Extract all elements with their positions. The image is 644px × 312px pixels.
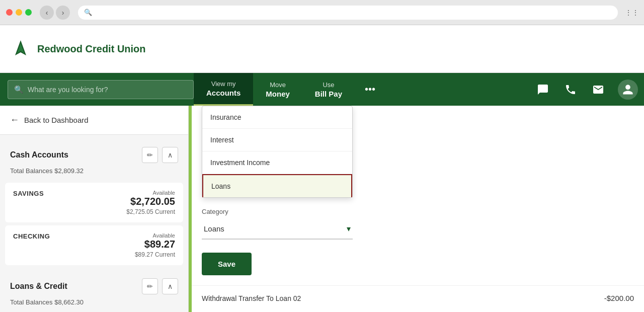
nav-item-money-bottom: Money <box>266 90 290 98</box>
loans-section-header: Loans & Credit ✏ ∧ <box>0 270 188 298</box>
nav-item-money[interactable]: Move Money <box>253 73 302 106</box>
category-select-row: Loans ▾ <box>204 224 351 233</box>
fullscreen-traffic-light[interactable] <box>25 9 32 16</box>
main-content: Insurance Interest Investment Income Loa… <box>189 106 644 312</box>
back-browser-button[interactable]: ‹ <box>40 6 54 20</box>
nav-item-accounts[interactable]: View my Accounts <box>194 73 253 106</box>
search-bar-container[interactable]: 🔍 <box>8 80 194 99</box>
loans-credit-section: Loans & Credit ✏ ∧ Total Balances $8,662… <box>0 270 188 311</box>
browser-toolbar-icons: ⋮⋮ <box>626 7 638 19</box>
dropdown-item-insurance[interactable]: Insurance <box>202 106 352 129</box>
dropdown-item-investment-income[interactable]: Investment Income <box>202 151 352 174</box>
category-select[interactable]: Loans ▾ <box>202 218 353 240</box>
search-input[interactable] <box>28 86 187 94</box>
dropdown-item-loans[interactable]: Loans <box>202 174 352 197</box>
loans-section-controls: ✏ ∧ <box>142 278 178 294</box>
sidebar: ← Back to Dashboard Cash Accounts ✏ ∧ To… <box>0 106 189 312</box>
close-traffic-light[interactable] <box>6 9 13 16</box>
checking-account-name: CHECKING <box>13 232 50 240</box>
content-area: ← Back to Dashboard Cash Accounts ✏ ∧ To… <box>0 106 644 312</box>
minimize-traffic-light[interactable] <box>16 9 22 16</box>
savings-balance: $2,720.05 <box>130 196 175 207</box>
mail-icon <box>592 84 604 96</box>
transaction-amount: -$200.00 <box>604 294 634 302</box>
nav-item-billpay[interactable]: Use Bill Pay <box>302 73 355 106</box>
loans-section-title: Loans & Credit <box>10 282 67 291</box>
phone-icon <box>565 84 577 96</box>
transaction-name: Withdrawal Transfer To Loan 02 <box>202 294 301 302</box>
nav-more-dots[interactable]: ••• <box>355 73 385 106</box>
forward-browser-button[interactable]: › <box>56 6 70 20</box>
collapse-cash-accounts-button[interactable]: ∧ <box>162 147 178 163</box>
savings-available-label: Available <box>130 190 175 196</box>
app-header: Redwood Credit Union <box>0 25 644 73</box>
back-to-dashboard-button[interactable]: ← Back to Dashboard <box>0 106 188 135</box>
checking-amounts: Available $89.27 <box>144 232 175 250</box>
checking-available-label: Available <box>144 232 175 239</box>
traffic-lights <box>6 9 32 16</box>
savings-account-row: SAVINGS Available $2,720.05 <box>13 190 175 207</box>
logo-text: Redwood Credit Union <box>37 43 146 55</box>
checking-account-row: CHECKING Available $89.27 <box>13 232 175 250</box>
phone-button[interactable] <box>556 73 584 106</box>
category-select-value: Loans <box>204 224 224 233</box>
savings-account-card[interactable]: SAVINGS Available $2,720.05 $2,725.05 Cu… <box>5 183 183 222</box>
savings-current: $2,725.05 Current <box>13 208 175 215</box>
dropdown-item-interest[interactable]: Interest <box>202 129 352 151</box>
url-bar[interactable]: 🔍 <box>78 6 618 20</box>
loans-section-subtitle: Total Balances $8,662.30 <box>0 298 188 311</box>
back-to-dashboard-label: Back to Dashboard <box>24 116 89 124</box>
save-button[interactable]: Save <box>202 253 252 275</box>
edit-loans-button[interactable]: ✏ <box>142 278 158 294</box>
savings-amounts: Available $2,720.05 <box>130 190 175 207</box>
checking-current: $89.27 Current <box>13 251 175 258</box>
edit-cash-accounts-button[interactable]: ✏ <box>142 147 158 163</box>
browser-settings-icon[interactable]: ⋮⋮ <box>626 7 638 19</box>
transaction-row: Withdrawal Transfer To Loan 02 -$200.00 <box>192 285 644 310</box>
browser-nav-buttons: ‹ › <box>40 6 70 20</box>
chevron-down-icon: ▾ <box>347 224 351 233</box>
checking-account-card[interactable]: CHECKING Available $89.27 $89.27 Current <box>5 225 183 265</box>
collapse-loans-button[interactable]: ∧ <box>162 278 178 294</box>
main-inner: Insurance Interest Investment Income Loa… <box>192 106 644 310</box>
category-label: Category <box>202 208 634 215</box>
user-avatar-button[interactable] <box>618 80 638 100</box>
cash-accounts-header: Cash Accounts ✏ ∧ <box>0 139 188 167</box>
nav-item-billpay-top: Use <box>323 81 334 89</box>
chat-icon <box>537 84 549 96</box>
search-icon: 🔍 <box>14 85 24 94</box>
cash-accounts-controls: ✏ ∧ <box>142 147 178 163</box>
app: Redwood Credit Union 🔍 View my Accounts … <box>0 25 644 312</box>
category-dropdown-list: Insurance Interest Investment Income Loa… <box>202 106 353 198</box>
url-search-icon: 🔍 <box>84 9 92 16</box>
nav-item-accounts-bottom: Accounts <box>206 89 240 97</box>
chat-button[interactable] <box>529 73 556 106</box>
nav-icons <box>529 73 644 106</box>
cash-accounts-subtitle: Total Balances $2,809.32 <box>0 167 188 180</box>
logo-area: Redwood Credit Union <box>10 38 146 59</box>
category-dropdown-container: Insurance Interest Investment Income Loa… <box>192 106 644 198</box>
savings-account-name: SAVINGS <box>13 190 44 197</box>
nav-item-billpay-bottom: Bill Pay <box>315 90 342 98</box>
avatar-icon <box>622 84 634 96</box>
mail-button[interactable] <box>584 73 612 106</box>
back-arrow-icon: ← <box>10 115 19 125</box>
category-field: Category Loans ▾ <box>202 208 634 240</box>
logo-icon <box>10 38 31 59</box>
checking-balance: $89.27 <box>144 239 175 250</box>
category-form: Category Loans ▾ Save <box>192 198 644 285</box>
browser-chrome: ‹ › 🔍 ⋮⋮ <box>0 0 644 25</box>
nav-item-accounts-top: View my <box>211 80 236 88</box>
nav-bar: 🔍 View my Accounts Move Money Use Bill P… <box>0 73 644 106</box>
nav-item-money-top: Move <box>270 81 286 89</box>
cash-accounts-title: Cash Accounts <box>10 150 68 160</box>
